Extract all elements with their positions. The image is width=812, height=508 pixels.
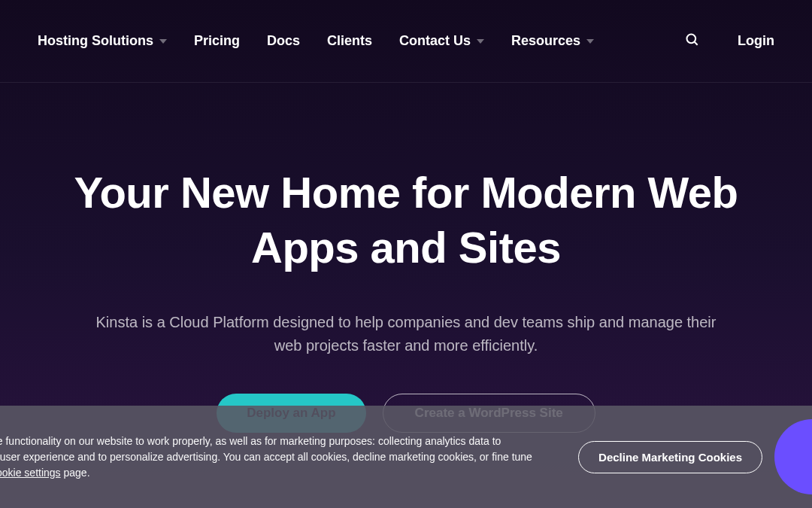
search-icon[interactable] [685, 32, 700, 50]
chevron-down-icon [159, 39, 167, 44]
hero-subtitle: Kinsta is a Cloud Platform designed to h… [94, 311, 718, 357]
cookie-settings-link[interactable]: cookie settings [0, 467, 61, 479]
hero-section: Your New Home for Modern Web Apps and Si… [0, 83, 812, 433]
nav-pricing[interactable]: Pricing [194, 33, 240, 49]
accept-cookies-button[interactable] [774, 419, 812, 494]
hero-title: Your New Home for Modern Web Apps and Si… [53, 166, 759, 275]
nav-right: Login [685, 32, 774, 50]
nav-hosting-solutions[interactable]: Hosting Solutions [38, 33, 167, 49]
cookie-line3-suffix: page. [61, 467, 90, 479]
nav-label: Contact Us [399, 33, 471, 49]
nav-label: Docs [267, 33, 300, 49]
nav-resources[interactable]: Resources [511, 33, 594, 49]
nav-docs[interactable]: Docs [267, 33, 300, 49]
cookie-actions: Decline Marketing Cookies [578, 419, 789, 494]
svg-line-1 [695, 41, 698, 44]
nav-label: Clients [327, 33, 372, 49]
decline-cookies-button[interactable]: Decline Marketing Cookies [578, 441, 762, 473]
nav-left: Hosting Solutions Pricing Docs Clients C… [38, 33, 594, 49]
nav-contact-us[interactable]: Contact Us [399, 33, 484, 49]
nav-clients[interactable]: Clients [327, 33, 372, 49]
nav-label: Pricing [194, 33, 240, 49]
main-header: Hosting Solutions Pricing Docs Clients C… [0, 0, 812, 83]
nav-label: Hosting Solutions [38, 33, 153, 49]
cookie-banner: he functionality on our website to work … [0, 406, 812, 508]
cookie-line1: he functionality on our website to work … [0, 435, 501, 447]
login-link[interactable]: Login [738, 33, 774, 49]
cookie-text: he functionality on our website to work … [0, 433, 532, 481]
cookie-line2: e user experience and to personalize adv… [0, 451, 532, 463]
chevron-down-icon [477, 39, 484, 44]
chevron-down-icon [586, 39, 594, 44]
nav-label: Resources [511, 33, 580, 49]
svg-point-0 [687, 34, 696, 43]
